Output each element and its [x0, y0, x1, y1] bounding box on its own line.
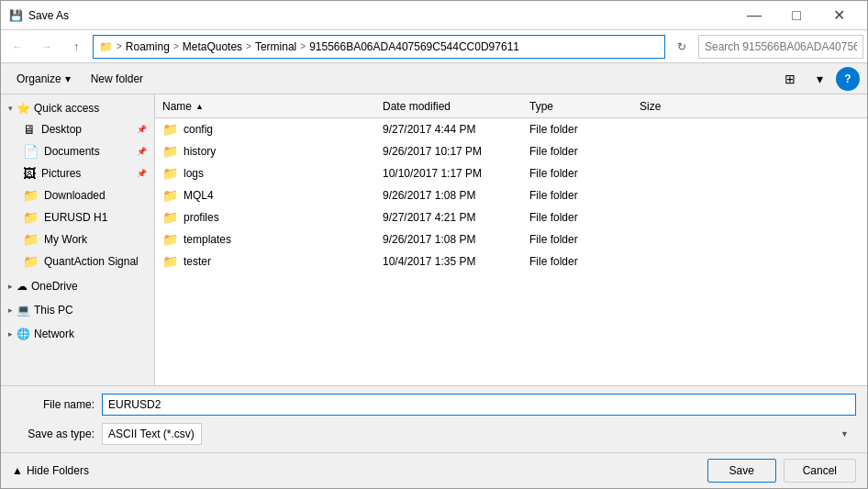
onedrive-icon: ☁	[17, 280, 28, 293]
minimize-button[interactable]: —	[733, 1, 775, 30]
path-metaquotes: MetaQuotes	[183, 40, 242, 53]
dialog-buttons: Save Cancel	[707, 459, 856, 483]
folder-icon: 📁	[162, 144, 178, 159]
sidebar-item-quantaction[interactable]: 📁 QuantAction Signal	[1, 250, 154, 272]
savetype-select[interactable]: ASCII Text (*.csv)	[102, 423, 202, 445]
save-as-dialog: 💾 Save As — □ ✕ ← → ↑ 📁 > Roaming > Meta…	[0, 0, 868, 489]
thispc-section: ▸ 💻 This PC	[1, 300, 154, 320]
table-row[interactable]: 📁 logs 10/10/2017 1:17 PM File folder	[155, 162, 867, 184]
col-header-type[interactable]: Type	[529, 100, 640, 113]
view-button[interactable]: ⊞	[777, 67, 803, 91]
path-icon: 📁	[99, 40, 113, 53]
thispc-icon: 💻	[17, 304, 30, 317]
sidebar-item-downloaded[interactable]: 📁 Downloaded	[1, 184, 154, 206]
address-path[interactable]: 📁 > Roaming > MetaQuotes > Terminal > 91…	[93, 35, 665, 59]
filename-label: File name:	[12, 398, 95, 411]
sidebar: ▾ ⭐ Quick access 🖥 Desktop 📄 Documents 🖼…	[1, 94, 155, 385]
table-row[interactable]: 📁 MQL4 9/26/2017 1:08 PM File folder	[155, 184, 867, 206]
file-date: 9/27/2017 4:21 PM	[383, 211, 529, 224]
maximize-button[interactable]: □	[775, 1, 818, 30]
file-date: 9/27/2017 4:44 PM	[383, 123, 529, 136]
file-date: 10/4/2017 1:35 PM	[383, 255, 529, 268]
onedrive-header[interactable]: ▸ ☁ OneDrive	[1, 276, 154, 296]
file-type: File folder	[529, 211, 640, 224]
refresh-button[interactable]: ↻	[669, 34, 695, 60]
file-type: File folder	[529, 189, 640, 202]
hide-folders-label: Hide Folders	[27, 464, 89, 477]
toolbar: Organize ▾ New folder ⊞ ▾ ?	[1, 63, 867, 94]
organize-button[interactable]: Organize ▾	[8, 67, 79, 91]
back-button[interactable]: ←	[5, 34, 30, 60]
folder-icon: 📁	[162, 188, 178, 203]
quick-access-header[interactable]: ▾ ⭐ Quick access	[1, 98, 154, 118]
bottom-bar: File name: Save as type: ASCII Text (*.c…	[1, 385, 867, 452]
sidebar-item-mywork[interactable]: 📁 My Work	[1, 228, 154, 250]
network-section: ▸ 🌐 Network	[1, 324, 154, 344]
path-terminal: Terminal	[255, 40, 296, 53]
sidebar-item-desktop-label: Desktop	[41, 123, 82, 136]
up-button[interactable]: ↑	[63, 34, 89, 60]
window-icon: 💾	[8, 8, 23, 23]
file-type: File folder	[529, 255, 640, 268]
file-type: File folder	[529, 233, 640, 246]
documents-icon: 📄	[23, 144, 39, 159]
file-name: profiles	[184, 211, 219, 224]
file-name: history	[184, 145, 216, 158]
quick-access-icon: ⭐	[17, 102, 30, 115]
search-input[interactable]	[705, 40, 857, 53]
filename-input[interactable]	[102, 394, 856, 416]
sidebar-item-documents-label: Documents	[44, 145, 100, 158]
sidebar-item-pictures[interactable]: 🖼 Pictures	[1, 162, 154, 184]
hide-folders-chevron: ▲	[12, 464, 23, 477]
table-row[interactable]: 📁 config 9/27/2017 4:44 PM File folder	[155, 118, 867, 140]
title-bar: 💾 Save As — □ ✕	[1, 1, 867, 30]
close-button[interactable]: ✕	[818, 1, 860, 30]
forward-button[interactable]: →	[34, 34, 60, 60]
search-box[interactable]	[698, 35, 863, 59]
network-label: Network	[34, 328, 74, 340]
help-button[interactable]: ?	[836, 67, 860, 91]
file-type: File folder	[529, 145, 640, 158]
network-icon: 🌐	[17, 328, 30, 340]
col-header-date[interactable]: Date modified	[383, 100, 529, 113]
sidebar-item-eurusd-label: EURUSD H1	[44, 211, 107, 224]
file-name: config	[184, 123, 213, 136]
savetype-row: Save as type: ASCII Text (*.csv)	[12, 423, 856, 445]
table-row[interactable]: 📁 templates 9/26/2017 1:08 PM File folde…	[155, 228, 867, 250]
savetype-label: Save as type:	[12, 428, 95, 440]
new-folder-button[interactable]: New folder	[83, 67, 151, 91]
filename-row: File name:	[12, 394, 856, 416]
table-row[interactable]: 📁 history 9/26/2017 10:17 PM File folder	[155, 140, 867, 162]
quantaction-icon: 📁	[23, 254, 39, 269]
hide-folders-button[interactable]: ▲ Hide Folders	[12, 464, 89, 477]
save-button[interactable]: Save	[707, 459, 776, 483]
sidebar-item-downloaded-label: Downloaded	[44, 189, 106, 202]
address-bar: ← → ↑ 📁 > Roaming > MetaQuotes > Termina…	[1, 30, 867, 63]
col-header-size[interactable]: Size	[640, 100, 713, 113]
eurusd-icon: 📁	[23, 210, 39, 225]
sidebar-item-pictures-label: Pictures	[41, 167, 81, 180]
mywork-icon: 📁	[23, 232, 39, 247]
file-list: 📁 config 9/27/2017 4:44 PM File folder 📁…	[155, 118, 867, 385]
cancel-button[interactable]: Cancel	[784, 459, 856, 483]
path-roaming: Roaming	[126, 40, 170, 53]
file-type: File folder	[529, 167, 640, 180]
sidebar-item-mywork-label: My Work	[44, 233, 87, 246]
file-name: templates	[184, 233, 231, 246]
actions-row: ▲ Hide Folders Save Cancel	[1, 452, 867, 488]
col-header-name[interactable]: Name ▲	[162, 100, 383, 113]
sidebar-item-eurusd[interactable]: 📁 EURUSD H1	[1, 206, 154, 228]
folder-icon: 📁	[162, 210, 178, 225]
table-row[interactable]: 📁 tester 10/4/2017 1:35 PM File folder	[155, 250, 867, 272]
table-row[interactable]: 📁 profiles 9/27/2017 4:21 PM File folder	[155, 206, 867, 228]
network-header[interactable]: ▸ 🌐 Network	[1, 324, 154, 344]
sidebar-item-documents[interactable]: 📄 Documents	[1, 140, 154, 162]
thispc-header[interactable]: ▸ 💻 This PC	[1, 300, 154, 320]
view-dropdown-button[interactable]: ▾	[807, 67, 832, 91]
quick-access-label: Quick access	[34, 102, 99, 115]
onedrive-label: OneDrive	[31, 280, 78, 293]
quick-access-chevron: ▾	[8, 104, 13, 113]
thispc-label: This PC	[34, 304, 73, 317]
quick-access-section: ▾ ⭐ Quick access 🖥 Desktop 📄 Documents 🖼…	[1, 98, 154, 272]
sidebar-item-desktop[interactable]: 🖥 Desktop	[1, 118, 154, 140]
